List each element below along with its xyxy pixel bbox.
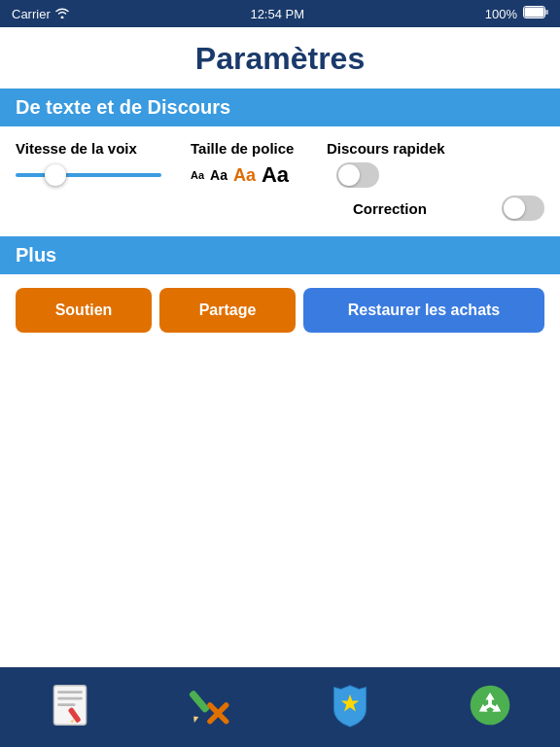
rapid-speech-toggle-knob xyxy=(338,164,360,186)
svg-rect-1 xyxy=(525,8,544,18)
recycle-icon xyxy=(467,682,513,732)
tab-pencil-cross[interactable] xyxy=(187,682,233,732)
font-option-xs[interactable]: Aa xyxy=(191,169,204,181)
voice-speed-slider[interactable] xyxy=(16,173,191,177)
font-size-label: Taille de police xyxy=(191,140,327,157)
pencil-cross-icon xyxy=(187,682,233,732)
share-button[interactable]: Partage xyxy=(159,288,296,333)
text-speech-settings: Vitesse de la voix Taille de police Disc… xyxy=(0,126,560,236)
font-option-lg[interactable]: Aa xyxy=(262,162,289,188)
svg-rect-5 xyxy=(57,697,83,700)
correction-toggle[interactable] xyxy=(502,196,544,221)
font-option-md[interactable]: Aa xyxy=(233,165,256,186)
tab-bar xyxy=(0,667,560,747)
correction-toggle-knob xyxy=(504,197,525,219)
correction-label: Correction xyxy=(353,200,494,217)
svg-rect-6 xyxy=(57,703,75,706)
font-size-selector: Aa Aa Aa Aa xyxy=(191,162,327,188)
battery-icon xyxy=(523,6,548,21)
font-option-sm[interactable]: Aa xyxy=(210,167,228,183)
tab-recycle[interactable] xyxy=(467,682,513,732)
support-button[interactable]: Soutien xyxy=(16,288,152,333)
carrier-label: Carrier xyxy=(12,7,51,21)
page-title: Paramètres xyxy=(0,27,560,89)
tab-notebook[interactable] xyxy=(47,682,93,732)
tab-star-shield[interactable] xyxy=(327,682,373,732)
rapid-speech-toggle[interactable] xyxy=(336,162,379,188)
section-plus-header: Plus xyxy=(0,236,560,274)
svg-rect-2 xyxy=(545,10,548,15)
rapid-speech-label: Discours rapidek xyxy=(327,140,544,157)
svg-marker-10 xyxy=(191,714,199,723)
buttons-row: Soutien Partage Restaurer les achats xyxy=(0,274,560,346)
time-label: 12:54 PM xyxy=(250,7,304,21)
voice-speed-label: Vitesse de la voix xyxy=(16,140,191,157)
battery-label: 100% xyxy=(485,7,517,21)
notebook-icon xyxy=(47,682,93,732)
svg-rect-4 xyxy=(57,691,83,694)
slider-thumb[interactable] xyxy=(45,164,66,186)
restore-button[interactable]: Restaurer les achats xyxy=(303,288,544,333)
svg-rect-9 xyxy=(189,690,210,714)
section-text-speech-header: De texte et de Discours xyxy=(0,89,560,126)
wifi-icon xyxy=(54,7,70,21)
star-shield-icon xyxy=(327,682,373,732)
status-bar: Carrier 12:54 PM 100% xyxy=(0,0,560,27)
